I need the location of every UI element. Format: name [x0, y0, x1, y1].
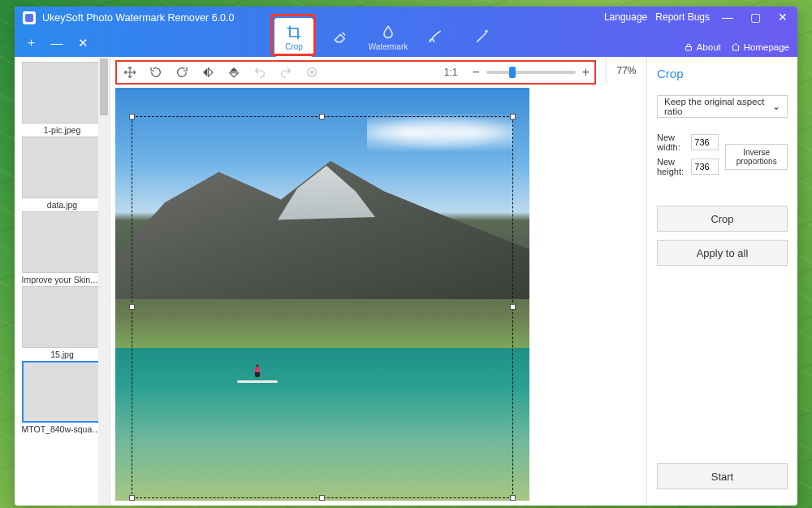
tool-eraser[interactable] [322, 18, 361, 57]
maximize-button[interactable]: ▢ [745, 10, 765, 24]
cancel-icon[interactable] [304, 64, 320, 80]
zoom-in-button[interactable]: + [582, 65, 590, 80]
thumbnail-caption: 1-pic.jpeg [22, 125, 103, 135]
about-label: About [697, 42, 721, 52]
app-title: UkeySoft Photo Watermark Remover 6.0.0 [42, 12, 234, 24]
thumbnail-caption: MTOT_840w-square.jpg [22, 424, 103, 434]
titlebar: UkeySoft Photo Watermark Remover 6.0.0 L… [15, 7, 797, 57]
redo-icon[interactable] [278, 64, 294, 80]
thumbnail-scrollbar[interactable] [98, 57, 110, 506]
inverse-proportions-button[interactable]: Inverse proportions [725, 144, 788, 170]
report-bugs-link[interactable]: Report Bugs [655, 11, 710, 23]
crop-handle-se[interactable] [510, 495, 516, 501]
zoom-percent: 77% [606, 57, 646, 85]
thumbnail-item[interactable]: data.jpg [22, 137, 103, 210]
zoom-slider[interactable] [486, 71, 576, 74]
tool-watermark-label: Watermark [369, 42, 408, 51]
clear-images-button[interactable]: ✕ [75, 36, 91, 50]
homepage-label: Homepage [744, 42, 789, 52]
thumbnail-image [22, 137, 103, 198]
flip-vertical-icon[interactable] [226, 64, 242, 80]
thumbnail-image [22, 286, 103, 348]
thumbnail-image [22, 62, 103, 124]
chevron-down-icon: ⌄ [772, 101, 780, 112]
apply-to-all-button[interactable]: Apply to all [657, 240, 788, 266]
app-window: UkeySoft Photo Watermark Remover 6.0.0 L… [15, 7, 797, 506]
thumbnail-image [22, 361, 103, 423]
thumbnail-panel: 1-pic.jpeg data.jpg Improve your Skin.jp… [15, 57, 110, 506]
thumbnail-item[interactable]: 1-pic.jpeg [22, 62, 103, 135]
new-width-input[interactable] [691, 134, 719, 150]
language-link[interactable]: Language [604, 11, 647, 23]
wand-icon [474, 28, 490, 45]
close-button[interactable]: ✕ [773, 10, 793, 24]
aspect-ratio-dropdown[interactable]: Keep the original aspect ratio ⌄ [657, 95, 788, 118]
crop-icon [286, 24, 302, 41]
tool-brush[interactable] [416, 18, 455, 57]
new-height-input[interactable] [691, 158, 719, 175]
about-link[interactable]: About [684, 42, 721, 52]
thumbnail-item[interactable]: 15.jpg [22, 286, 103, 359]
thumbnail-caption: Improve your Skin.jpg [22, 275, 103, 284]
eraser-icon [333, 28, 349, 45]
aspect-ratio-value: Keep the original aspect ratio [664, 97, 772, 116]
tool-wand[interactable] [463, 18, 502, 57]
edit-toolbar: 1:1 − + [115, 60, 596, 85]
crop-handle-ne[interactable] [510, 114, 516, 119]
crop-handle-e[interactable] [510, 304, 516, 310]
panel-title: Crop [657, 67, 788, 80]
crop-handle-sw[interactable] [129, 495, 135, 501]
droplet-icon [380, 24, 396, 41]
crop-handle-n[interactable] [319, 114, 325, 119]
thumbnail-image [22, 211, 103, 273]
crop-handle-s[interactable] [319, 495, 325, 501]
move-tool-icon[interactable] [122, 64, 138, 80]
tool-crop-label: Crop [285, 42, 303, 51]
aspect-ratio-label: 1:1 [444, 67, 458, 78]
thumbnail-item[interactable]: MTOT_840w-square.jpg [22, 361, 103, 434]
homepage-link[interactable]: Homepage [731, 42, 789, 52]
thumbnail-caption: 15.jpg [22, 350, 103, 359]
image-canvas[interactable] [115, 88, 641, 501]
crop-button[interactable]: Crop [657, 206, 788, 232]
start-button[interactable]: Start [657, 463, 788, 489]
zoom-out-button[interactable]: − [472, 65, 479, 80]
app-logo-icon [23, 11, 36, 24]
undo-icon[interactable] [252, 64, 268, 80]
tool-crop[interactable]: Crop [274, 18, 313, 57]
minimize-button[interactable]: — [718, 10, 737, 24]
crop-handle-w[interactable] [129, 304, 135, 310]
new-width-label: New width: [657, 132, 686, 152]
new-height-label: New height: [657, 157, 686, 176]
svg-rect-0 [685, 47, 691, 51]
crop-selection[interactable] [132, 116, 513, 498]
crop-panel: Crop Keep the original aspect ratio ⌄ Ne… [647, 57, 797, 506]
brush-icon [427, 28, 443, 45]
flip-horizontal-icon[interactable] [200, 64, 216, 80]
rotate-left-icon[interactable] [148, 64, 164, 80]
remove-image-button[interactable]: — [49, 36, 65, 50]
thumbnail-caption: data.jpg [22, 200, 103, 210]
rotate-right-icon[interactable] [174, 64, 190, 80]
add-image-button[interactable]: ＋ [23, 35, 39, 50]
crop-handle-nw[interactable] [129, 114, 135, 119]
home-icon [731, 42, 741, 52]
thumbnail-item[interactable]: Improve your Skin.jpg [22, 211, 103, 284]
tool-watermark[interactable]: Watermark [369, 18, 408, 57]
lock-icon [684, 42, 693, 52]
